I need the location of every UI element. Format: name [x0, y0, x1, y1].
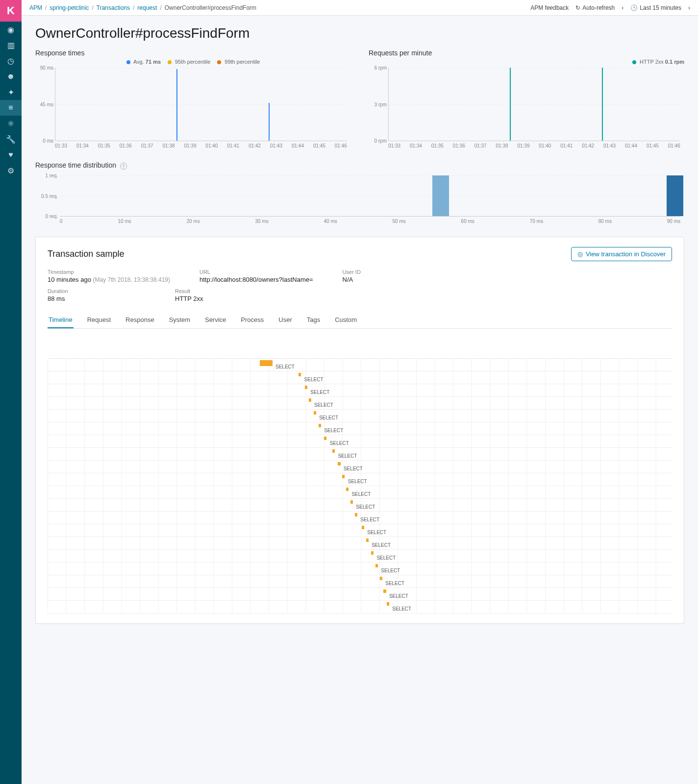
- timeline-row[interactable]: SELECT: [48, 473, 672, 486]
- timeline-row[interactable]: SELECT: [48, 499, 672, 512]
- span-bar[interactable]: [375, 564, 378, 567]
- nav-gear-icon[interactable]: ⚙: [0, 163, 22, 178]
- tab-user[interactable]: User: [277, 312, 293, 328]
- meta-url: URL http://localhost:8080/owners?lastNam…: [199, 269, 313, 283]
- timeline-row[interactable]: SELECT: [48, 435, 672, 448]
- timeline-row[interactable]: SELECT: [48, 575, 672, 588]
- timeline-row[interactable]: SELECT: [48, 486, 672, 499]
- timeline-row[interactable]: SELECT: [48, 384, 672, 397]
- span-bar[interactable]: [299, 373, 301, 376]
- x-tick: 01:43: [270, 143, 282, 148]
- span-label: SELECT: [338, 453, 357, 459]
- nav-graph-icon[interactable]: ⚛: [0, 116, 22, 131]
- breadcrumb-item[interactable]: APM: [29, 4, 42, 11]
- timeline-row[interactable]: SELECT: [48, 601, 672, 613]
- meta-duration: Duration 88 ms: [48, 288, 146, 302]
- sidebar: K ◉▥◷☻✦≡⚛🔧♥⚙: [0, 0, 22, 784]
- timerange-button[interactable]: 🕒 Last 15 minutes: [630, 4, 681, 11]
- span-bar[interactable]: [346, 488, 349, 491]
- data-spike[interactable]: [269, 103, 270, 141]
- timeline-row[interactable]: SELECT: [48, 588, 672, 601]
- timeline-row[interactable]: SELECT: [48, 537, 672, 550]
- span-bar[interactable]: [362, 526, 364, 529]
- nav-barchart-icon[interactable]: ▥: [0, 37, 22, 53]
- span-bar[interactable]: [260, 360, 272, 366]
- timeline-row[interactable]: SELECT: [48, 422, 672, 435]
- timeline-row[interactable]: SELECT: [48, 550, 672, 563]
- timeline-row[interactable]: SELECT: [48, 461, 672, 473]
- distribution-bar[interactable]: [667, 175, 683, 216]
- x-tick: 01:34: [76, 143, 89, 148]
- chart-canvas[interactable]: 0 ms45 ms90 ms: [55, 68, 347, 141]
- timeline-row[interactable]: SELECT: [48, 359, 672, 371]
- view-in-discover-button[interactable]: ◎ View transaction in Discover: [571, 247, 672, 261]
- x-tick: 50 ms: [393, 219, 406, 224]
- timeline-row[interactable]: SELECT: [48, 512, 672, 524]
- legend-item[interactable]: Avg. 71 ms: [126, 59, 161, 65]
- legend-item[interactable]: 99th percentile: [217, 59, 260, 65]
- nav-compass-icon[interactable]: ◉: [0, 22, 22, 37]
- tab-service[interactable]: Service: [204, 312, 227, 328]
- span-bar[interactable]: [324, 437, 326, 440]
- nav-heart-icon[interactable]: ♥: [0, 147, 22, 163]
- data-spike[interactable]: [602, 68, 603, 141]
- chart-canvas[interactable]: 0 rpm3 rpm6 rpm: [388, 68, 680, 141]
- tab-tags[interactable]: Tags: [306, 312, 321, 328]
- tab-system[interactable]: System: [168, 312, 191, 328]
- page-title: OwnerController#processFindForm: [35, 25, 684, 41]
- span-bar[interactable]: [387, 602, 389, 606]
- span-label: SELECT: [389, 593, 408, 599]
- span-bar[interactable]: [383, 589, 386, 593]
- nav-radar-icon[interactable]: ✦: [0, 84, 22, 100]
- transaction-sample-panel: Transaction sample ◎ View transaction in…: [35, 237, 684, 624]
- tab-response[interactable]: Response: [125, 312, 155, 328]
- span-bar[interactable]: [314, 411, 316, 415]
- breadcrumb-item[interactable]: spring-petclinic: [50, 4, 89, 11]
- tab-timeline[interactable]: Timeline: [48, 312, 74, 328]
- span-bar[interactable]: [332, 449, 335, 453]
- x-tick: 70 ms: [530, 219, 543, 224]
- auto-refresh-button[interactable]: ↻ Auto-refresh: [575, 4, 615, 11]
- nav-apm-icon[interactable]: ≡: [0, 100, 22, 116]
- timeline-row[interactable]: SELECT: [48, 410, 672, 422]
- x-tick: 10 ms: [118, 219, 131, 224]
- nav-wrench-icon[interactable]: 🔧: [0, 131, 22, 147]
- timeline-row[interactable]: SELECT: [48, 524, 672, 537]
- tab-request[interactable]: Request: [86, 312, 112, 328]
- tab-custom[interactable]: Custom: [334, 312, 358, 328]
- distribution-bar[interactable]: [432, 175, 449, 216]
- legend-item[interactable]: 95th percentile: [168, 59, 210, 65]
- span-bar[interactable]: [350, 500, 353, 504]
- span-bar[interactable]: [305, 386, 307, 389]
- span-bar[interactable]: [319, 424, 321, 427]
- prev-time-button[interactable]: ‹: [622, 4, 623, 11]
- breadcrumb-item[interactable]: Transactions: [97, 4, 130, 11]
- apm-feedback-link[interactable]: APM feedback: [530, 4, 569, 11]
- timeline-row[interactable]: SELECT: [48, 563, 672, 575]
- span-bar[interactable]: [380, 577, 382, 580]
- data-spike[interactable]: [176, 69, 177, 141]
- legend-item[interactable]: HTTP 2xx 0.1 rpm: [632, 59, 684, 65]
- span-bar[interactable]: [355, 513, 357, 516]
- data-spike[interactable]: [510, 68, 511, 141]
- timeline-row[interactable]: SELECT: [48, 371, 672, 384]
- span-bar[interactable]: [338, 462, 340, 466]
- span-bar[interactable]: [309, 398, 311, 402]
- tab-process[interactable]: Process: [240, 312, 265, 328]
- span-bar[interactable]: [371, 551, 374, 555]
- kibana-logo-icon[interactable]: K: [0, 0, 22, 22]
- breadcrumb-item[interactable]: request: [137, 4, 157, 11]
- nav-stopwatch-icon[interactable]: ◷: [0, 53, 22, 69]
- span-bar[interactable]: [366, 539, 369, 542]
- x-tick: 01:42: [249, 143, 261, 148]
- help-icon[interactable]: ?: [120, 163, 127, 170]
- distribution-chart[interactable]: 0 req.0.5 req.1 req.: [60, 175, 680, 217]
- timeline-row[interactable]: SELECT: [48, 448, 672, 461]
- span-bar[interactable]: [342, 475, 345, 478]
- span-label: SELECT: [360, 517, 379, 522]
- span-label: SELECT: [310, 390, 329, 395]
- timeline-waterfall[interactable]: SELECTSELECTSELECTSELECTSELECTSELECTSELE…: [48, 358, 672, 613]
- timeline-row[interactable]: SELECT: [48, 397, 672, 410]
- next-time-button[interactable]: ›: [688, 4, 690, 11]
- nav-face-icon[interactable]: ☻: [0, 69, 22, 84]
